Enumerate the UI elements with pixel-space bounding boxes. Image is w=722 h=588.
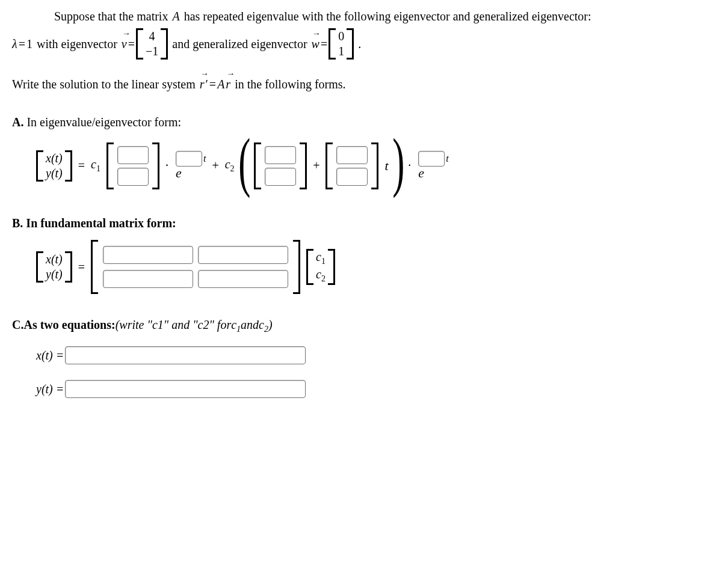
xy-vector: x(t) y(t): [36, 150, 72, 182]
matrix-row-2: [103, 270, 288, 288]
one: 1: [26, 37, 32, 51]
part-a-title: In eigenvalue/eigenvector form:: [23, 115, 181, 129]
matrix-row-1: [103, 246, 288, 264]
part-a-label: A.: [12, 115, 23, 129]
vec1-entry-2[interactable]: [117, 168, 149, 186]
matrix-A: A: [172, 10, 179, 23]
part-a-heading: A. In eigenvalue/eigenvector form:: [12, 115, 710, 129]
plus-inner: +: [313, 159, 319, 173]
vector-content: c1 c2: [313, 249, 328, 285]
part-b-title: In fundamental matrix form:: [23, 216, 176, 230]
sub-2: 2: [321, 274, 326, 283]
sub-1: 1: [96, 164, 100, 173]
part-c-label: C.: [12, 318, 23, 332]
c2-hint: c2: [259, 318, 268, 334]
part-a-equation: x(t) y(t) = c1 · t e + c2 ( +: [36, 139, 710, 192]
left-bracket-icon: [254, 142, 261, 189]
w-entry-2: 1: [338, 44, 344, 58]
vector-content: [261, 142, 300, 189]
vector-v: v: [122, 37, 127, 51]
xy-vector: x(t) y(t): [36, 251, 72, 283]
fundamental-matrix: [91, 240, 300, 294]
write-line: Write the solution to the linear system …: [12, 78, 710, 91]
right-bracket-icon: [347, 28, 354, 60]
part-b-equation: x(t) y(t) = c1 c2: [36, 240, 710, 294]
left-bracket-icon: [91, 240, 98, 294]
c1: c1: [316, 250, 326, 266]
part-b-label: B.: [12, 216, 23, 230]
exponential-2: t e: [418, 151, 448, 181]
m12-input[interactable]: [198, 246, 288, 264]
vec1-entry-1[interactable]: [117, 146, 149, 164]
part-b-heading: B. In fundamental matrix form:: [12, 216, 710, 230]
x-of-t: x(t): [46, 152, 63, 165]
sub-2: 2: [264, 325, 268, 334]
xt-input[interactable]: [65, 346, 306, 364]
right-bracket-icon: [161, 28, 168, 60]
exponent: t: [418, 151, 448, 167]
y-of-t: y(t): [46, 167, 63, 180]
part-c-heading: C. As two equations: (write "c1" and "c2…: [12, 318, 710, 334]
text: with eigenvector: [34, 37, 120, 51]
m22-input[interactable]: [198, 270, 288, 288]
left-bracket-icon: [329, 28, 336, 60]
right-bracket-icon: [371, 142, 378, 189]
left-bracket-icon: [106, 142, 114, 189]
vector-r: r: [226, 78, 230, 91]
vector-w: w: [312, 37, 319, 51]
exp1-input[interactable]: [176, 151, 202, 167]
vector-content: 0 1: [336, 28, 347, 60]
vector-content: [333, 142, 371, 189]
vector-content: [114, 142, 152, 189]
input-vector-2: [254, 142, 307, 189]
c: c: [225, 158, 230, 171]
part-c-yt-row: y(t) =: [36, 380, 710, 398]
t: t: [203, 153, 206, 164]
exp2-input[interactable]: [418, 151, 445, 167]
vector-w-matrix: 0 1: [329, 28, 354, 60]
text: has repeated eigenvalue with the followi…: [181, 10, 591, 23]
right-bracket-icon: [328, 249, 335, 285]
c: c: [231, 318, 236, 331]
vec3-entry-1[interactable]: [336, 146, 368, 164]
matrix-A: A: [217, 78, 224, 91]
yt-label: y(t) =: [36, 382, 64, 396]
yt-input[interactable]: [65, 380, 306, 398]
equals: =: [19, 37, 25, 51]
v-entry-2: −1: [146, 44, 158, 58]
sub-1: 1: [321, 257, 326, 266]
vec2-entry-1[interactable]: [265, 146, 296, 164]
t-mid: t: [384, 158, 388, 174]
right-paren-icon: ): [392, 139, 404, 192]
t: t: [446, 153, 448, 164]
equals: =: [78, 260, 85, 274]
m11-input[interactable]: [103, 246, 193, 264]
w-entry-1: 0: [338, 29, 344, 43]
part-c-hint-open: (write "c1" and "c2" for: [116, 318, 231, 332]
left-paren-icon: (: [238, 139, 250, 192]
vector-v-matrix: 4 −1: [136, 28, 168, 60]
dot: ·: [165, 159, 168, 173]
exponential-1: t e: [176, 151, 206, 181]
intro-line-2: λ = 1 with eigenvector v = 4 −1 and gene…: [12, 28, 710, 60]
period: .: [355, 37, 361, 51]
right-bracket-icon: [65, 251, 72, 283]
vector-r: r: [200, 78, 205, 91]
vector-content: x(t) y(t): [43, 251, 65, 283]
vec2-entry-2[interactable]: [265, 168, 296, 186]
vec3-entry-2[interactable]: [336, 168, 368, 186]
right-bracket-icon: [65, 150, 72, 182]
v-entry-1: 4: [149, 29, 155, 43]
c: c: [316, 250, 321, 263]
text: and generalized eigenvector: [169, 37, 310, 51]
x-of-t: x(t): [46, 253, 63, 266]
right-bracket-icon: [300, 142, 307, 189]
text: in the following forms.: [232, 78, 345, 91]
text: Suppose that the matrix: [54, 10, 171, 23]
sub-1: 1: [236, 325, 241, 334]
e: e: [176, 165, 182, 181]
matrix-content: [98, 240, 293, 294]
m21-input[interactable]: [103, 270, 193, 288]
vector-content: x(t) y(t): [43, 150, 65, 182]
close-paren: ): [268, 318, 273, 332]
